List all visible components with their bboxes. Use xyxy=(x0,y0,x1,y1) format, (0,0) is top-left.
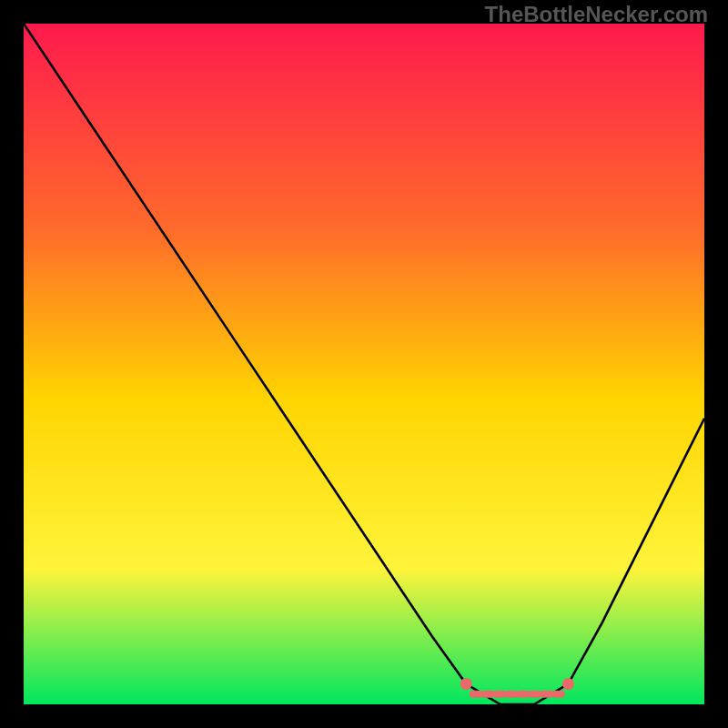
plot-area xyxy=(24,24,704,704)
chart-svg xyxy=(24,24,704,704)
chart-frame: TheBottleNecker.com xyxy=(0,0,728,728)
marker-dot-left xyxy=(460,678,472,690)
gradient-background xyxy=(24,24,704,704)
marker-dot-right xyxy=(562,678,574,690)
